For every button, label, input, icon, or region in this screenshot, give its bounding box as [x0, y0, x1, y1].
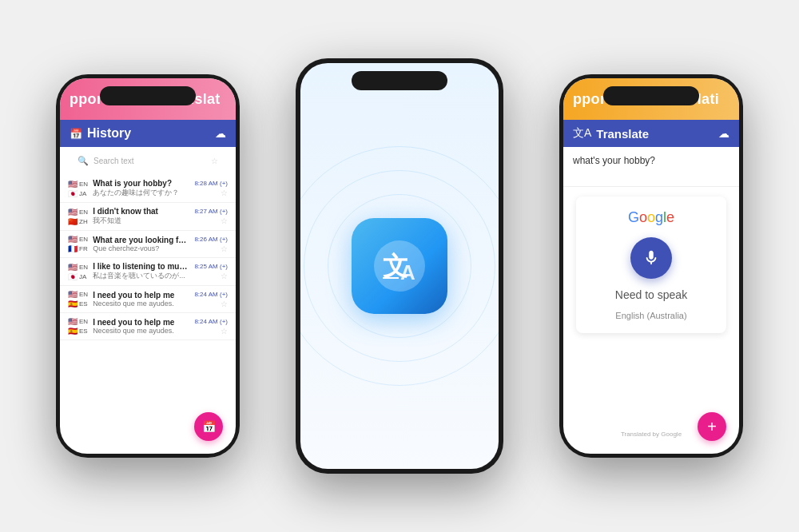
list-item[interactable]: 🇺🇸EN 🇯🇵JA I like to listening to music 私… — [60, 258, 236, 286]
calendar-icon: 📅 — [70, 128, 82, 140]
google-voice-card: Google Need to speak English (Australia) — [576, 197, 726, 333]
need-speak-text: Need to speak — [615, 288, 687, 301]
time-4: 8:25 AM (+) — [194, 263, 228, 270]
list-item[interactable]: 🇺🇸EN 🇯🇵JA What is your hobby? あなたの趣味は何です… — [60, 175, 236, 203]
history-header-left: 📅 History — [70, 126, 131, 141]
time-3: 8:26 AM (+) — [194, 236, 228, 243]
google-logo-text: Google — [628, 209, 674, 226]
phone-right-screen: pport Voice Translati 文A Translate ☁ wha… — [563, 78, 739, 454]
phone-center: 文 A — [296, 58, 503, 474]
language-text: English (Australia) — [615, 311, 686, 320]
phone-right: pport Voice Translati 文A Translate ☁ wha… — [559, 74, 743, 458]
original-1: What is your hobby? — [93, 179, 189, 188]
translate-xa-icon: 文A — [573, 126, 591, 141]
history-text-5: I need you to help me Necesito que me ay… — [93, 291, 189, 308]
translated-2: 我不知道 — [93, 216, 189, 226]
fab-translate[interactable]: + — [698, 412, 726, 441]
history-list: 🇺🇸EN 🇯🇵JA What is your hobby? あなたの趣味は何です… — [60, 175, 236, 340]
translate-screen: pport Voice Translati 文A Translate ☁ wha… — [563, 78, 739, 454]
star-1[interactable]: ☆ — [221, 189, 228, 197]
flags-6: 🇺🇸EN 🇪🇸ES — [68, 317, 88, 335]
history-screen: pport Offline Translat 📅 History ☁ 🔍 Sea… — [60, 78, 236, 454]
google-card-container: Google Need to speak English (Australia) — [563, 187, 739, 343]
star-6[interactable]: ☆ — [221, 327, 228, 335]
flags-5: 🇺🇸EN 🇪🇸ES — [68, 290, 88, 308]
star-2[interactable]: ☆ — [221, 216, 228, 225]
original-4: I like to listening to music — [93, 262, 189, 271]
translate-header-left: 文A Translate — [573, 126, 649, 141]
phone-left-screen: pport Offline Translat 📅 History ☁ 🔍 Sea… — [60, 78, 236, 454]
translated-1: あなたの趣味は何ですか？ — [93, 188, 189, 198]
flags-2: 🇺🇸EN 🇨🇳ZH — [68, 208, 88, 226]
history-search-bar[interactable]: 🔍 Search text ☆ — [68, 152, 228, 170]
history-header: 📅 History ☁ — [60, 120, 236, 147]
translated-6: Necesito que me ayudes. — [93, 327, 189, 335]
time-2: 8:27 AM (+) — [194, 208, 228, 215]
original-2: I didn't know that — [93, 207, 189, 216]
mic-icon — [642, 249, 660, 267]
search-icon: 🔍 — [78, 156, 89, 166]
star-3[interactable]: ☆ — [221, 244, 228, 253]
star-4[interactable]: ☆ — [221, 272, 228, 280]
fab-plus-icon: + — [707, 418, 717, 436]
flags-4: 🇺🇸EN 🇯🇵JA — [68, 263, 88, 281]
notch-right — [603, 86, 699, 105]
list-item[interactable]: 🇺🇸EN 🇨🇳ZH I didn't know that 我不知道 8:27 A… — [60, 203, 236, 231]
list-item[interactable]: 🇺🇸EN 🇪🇸ES I need you to help me Necesito… — [60, 286, 236, 313]
flags-3: 🇺🇸EN 🇫🇷FR — [68, 235, 88, 253]
translate-header: 文A Translate ☁ — [563, 120, 739, 147]
translate-title: Translate — [596, 127, 649, 141]
original-6: I need you to help me — [93, 318, 189, 327]
phone-center-screen: 文 A — [300, 63, 499, 469]
time-5: 8:24 AM (+) — [194, 291, 228, 298]
notch-left — [100, 86, 196, 105]
star-icon: ☆ — [211, 157, 218, 165]
time-6: 8:24 AM (+) — [194, 318, 228, 325]
translated-3: Que cherchez-vous? — [93, 244, 189, 252]
search-placeholder: Search text — [93, 157, 206, 165]
list-item[interactable]: 🇺🇸EN 🇫🇷FR What are you looking for? Que … — [60, 231, 236, 258]
history-title: History — [87, 126, 131, 141]
history-text-6: I need you to help me Necesito que me ay… — [93, 318, 189, 335]
list-item[interactable]: 🇺🇸EN 🇪🇸ES I need you to help me Necesito… — [60, 313, 236, 340]
history-text-4: I like to listening to music 私は音楽を聴いているの… — [93, 262, 189, 281]
cloud-icon-right[interactable]: ☁ — [718, 127, 729, 140]
translate-input-area[interactable]: what's your hobby? — [563, 147, 739, 187]
history-text-1: What is your hobby? あなたの趣味は何ですか？ — [93, 179, 189, 198]
star-5[interactable]: ☆ — [221, 300, 228, 308]
fab-history[interactable]: 📅 — [194, 412, 223, 441]
original-3: What are you looking for? — [93, 236, 189, 244]
cloud-icon[interactable]: ☁ — [215, 127, 226, 140]
history-text-2: I didn't know that 我不知道 — [93, 207, 189, 226]
translated-4: 私は音楽を聴いているのが... — [93, 271, 189, 281]
mic-button[interactable] — [630, 237, 672, 279]
time-1: 8:28 AM (+) — [194, 180, 228, 187]
fab-calendar-icon: 📅 — [202, 420, 216, 433]
phone-left: pport Offline Translat 📅 History ☁ 🔍 Sea… — [56, 74, 240, 458]
flags-1: 🇺🇸EN 🇯🇵JA — [68, 180, 88, 198]
history-text-3: What are you looking for? Que cherchez-v… — [93, 236, 189, 252]
notch-center — [352, 71, 447, 90]
translated-5: Necesito que me ayudes. — [93, 300, 189, 308]
original-5: I need you to help me — [93, 291, 189, 300]
translate-input-text: what's your hobby? — [573, 155, 729, 166]
